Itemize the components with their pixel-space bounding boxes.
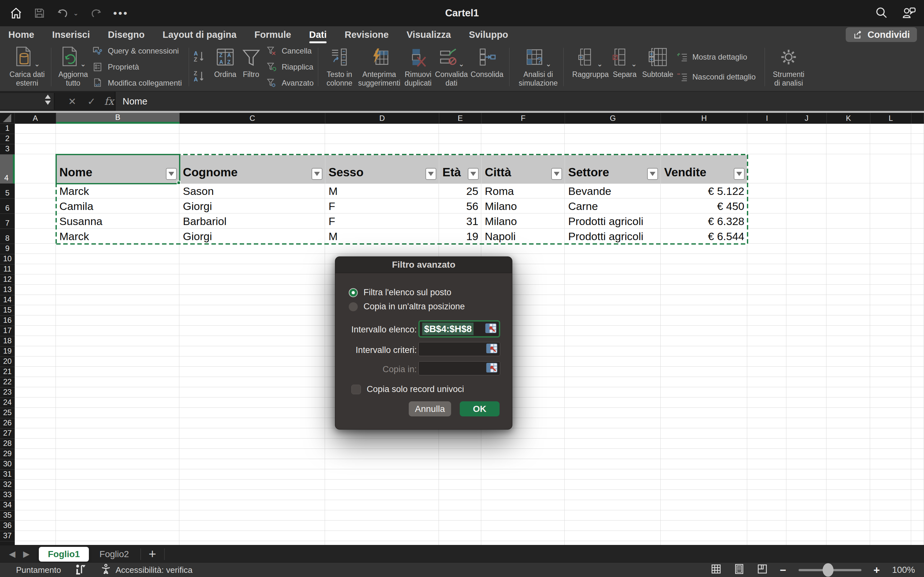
table-cell[interactable]: € 6.328 [661,214,748,229]
zoom-in-button[interactable]: + [874,564,880,576]
fill-handle[interactable] [177,181,181,185]
prev-sheet-icon[interactable]: ◀ [9,549,15,559]
column-header-F[interactable]: F [481,113,565,124]
list-range-input[interactable]: $B$4:$H$8 [418,320,500,338]
table-cell[interactable]: 25 [439,184,481,199]
sort-button[interactable]: ZAAZ Ordina [212,43,238,79]
ribbon-tab-disegno[interactable]: Disegno [107,28,145,41]
row-header-29[interactable]: 29 [0,449,15,459]
table-header-città[interactable]: Città [481,155,565,184]
filter-dropdown-button[interactable] [647,168,658,180]
queries-connections-button[interactable]: Query & connessioni [92,45,185,57]
ribbon-tab-dati[interactable]: Dati [309,28,327,41]
sort-az-ascending-icon[interactable]: AZ [193,50,209,64]
column-header-partial[interactable] [911,113,924,124]
accessibility-status[interactable]: Accessibilità: verifica [100,563,192,577]
table-cell[interactable]: M [325,229,439,244]
zoom-level[interactable]: 100% [892,565,915,575]
cancel-button[interactable]: Annulla [409,401,451,416]
table-cell[interactable]: Susanna [56,214,180,229]
analysis-tools-button[interactable]: Strumenti di analisi [769,43,808,87]
dialog-title[interactable]: Filtro avanzato [335,257,512,273]
what-if-analysis-button[interactable]: ? ⌄ Analisi di simulazione [517,43,560,87]
table-cell[interactable]: Barbariol [180,214,325,229]
ribbon-tab-visualizza[interactable]: Visualizza [406,28,451,41]
table-cell[interactable]: Prodotti agricoli [565,214,661,229]
table-cell[interactable]: € 450 [661,199,748,214]
remove-duplicates-button[interactable]: Rimuovi duplicati [404,43,433,87]
table-cell[interactable]: Marck [56,229,180,244]
cancel-entry-icon[interactable]: ✕ [61,92,83,111]
row-header-26[interactable]: 26 [0,418,15,429]
page-layout-view-icon[interactable] [734,564,745,577]
unique-records-checkbox-row[interactable]: Copia solo record univoci [351,384,464,394]
filter-dropdown-button[interactable] [425,168,436,180]
table-cell[interactable]: € 6.544 [661,229,748,244]
table-cell[interactable]: 31 [439,214,481,229]
checkbox-unchecked-icon[interactable] [351,385,361,394]
range-picker-icon[interactable] [486,343,498,355]
edit-links-button[interactable]: Modifica collegamenti [92,77,185,89]
row-header-28[interactable]: 28 [0,439,15,449]
table-cell[interactable]: Marck [56,184,180,199]
ribbon-tab-layout-di-pagina[interactable]: Layout di pagina [162,28,237,41]
row-header-18[interactable]: 18 [0,336,15,347]
table-header-settore[interactable]: Settore [565,155,661,184]
normal-view-icon[interactable] [711,564,722,577]
table-cell[interactable]: Giorgi [180,229,325,244]
row-header-13[interactable]: 13 [0,285,15,295]
row-header-16[interactable]: 16 [0,316,15,326]
consolidate-button[interactable]: Consolida [471,43,503,79]
table-cell[interactable]: Carne [565,199,661,214]
table-cell[interactable]: Sason [180,184,325,199]
row-header-10[interactable]: 10 [0,254,15,264]
ribbon-tab-sviluppo[interactable]: Sviluppo [468,28,509,41]
table-cell[interactable]: Prodotti agricoli [565,229,661,244]
row-header-8[interactable]: 8 [0,229,15,244]
ink-status-icon[interactable] [75,564,86,576]
confirm-entry-icon[interactable]: ✓ [81,92,102,111]
row-header-25[interactable]: 25 [0,408,15,418]
reapply-filter-button[interactable]: Riapplica [266,61,317,73]
page-break-view-icon[interactable] [757,564,768,577]
hide-detail-button[interactable]: Nascondi dettaglio [676,71,763,83]
table-header-cognome[interactable]: Cognome [180,155,325,184]
column-header-C[interactable]: C [180,113,325,124]
get-external-data-button[interactable]: ⌄ Carica dati esterni [7,43,47,87]
table-cell[interactable]: F [325,199,439,214]
row-header-11[interactable]: 11 [0,264,15,275]
ribbon-tab-formule[interactable]: Formule [254,28,292,41]
ribbon-tab-inserisci[interactable]: Inserisci [52,28,91,41]
refresh-all-button[interactable]: ⌄ Aggiorna tutto [57,43,89,87]
show-detail-button[interactable]: Mostra dettaglio [676,51,763,63]
column-header-L[interactable]: L [871,113,911,124]
zoom-out-button[interactable]: − [780,564,787,576]
table-cell[interactable]: M [325,184,439,199]
zoom-slider[interactable] [798,569,861,571]
row-header-9[interactable]: 9 [0,244,15,254]
table-cell[interactable]: Bevande [565,184,661,199]
filter-dropdown-button[interactable] [734,168,745,180]
row-header-17[interactable]: 17 [0,326,15,336]
criteria-range-input[interactable] [418,342,500,356]
row-header-33[interactable]: 33 [0,490,15,500]
name-box[interactable] [0,93,55,110]
row-header-31[interactable]: 31 [0,470,15,480]
data-validation-button[interactable]: ⌄ Convalida dati [434,43,469,87]
ok-button[interactable]: OK [460,401,499,416]
column-header-E[interactable]: E [439,113,481,124]
row-header-15[interactable]: 15 [0,306,15,316]
filter-dropdown-button[interactable] [468,168,479,180]
row-header-7[interactable]: 7 [0,214,15,229]
table-cell[interactable]: Camila [56,199,180,214]
filter-button[interactable]: Filtro [239,43,263,79]
column-header-A[interactable]: A [15,113,56,124]
row-header-1[interactable]: 1 [0,124,15,134]
column-header-K[interactable]: K [827,113,871,124]
properties-button[interactable]: Proprietà [92,61,185,73]
radio-copy-elsewhere[interactable]: Copia in un'altra posizione [349,301,465,311]
column-header-G[interactable]: G [565,113,661,124]
row-header-19[interactable]: 19 [0,347,15,357]
column-header-B[interactable]: B [56,113,180,124]
table-cell[interactable]: Giorgi [180,199,325,214]
